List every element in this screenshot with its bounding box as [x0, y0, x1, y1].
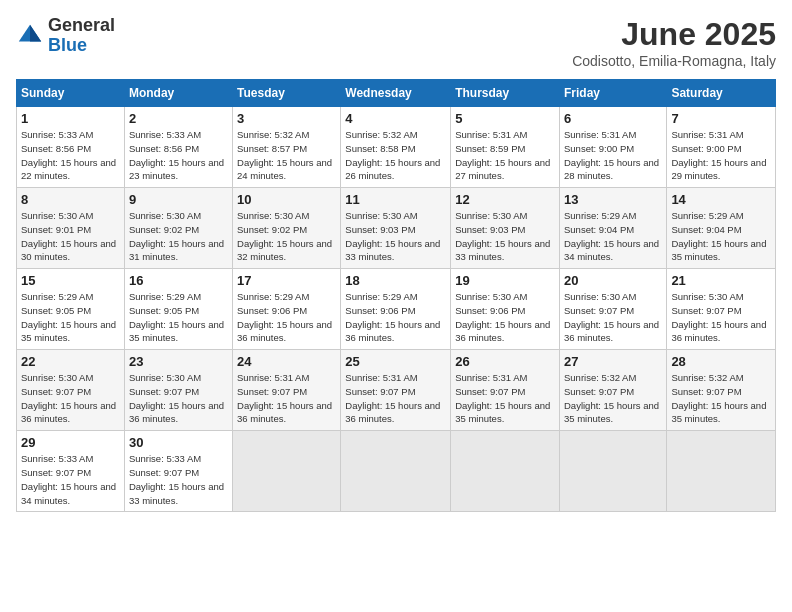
day-info: Sunrise: 5:30 AMSunset: 9:03 PMDaylight:…: [455, 209, 555, 264]
day-number: 1: [21, 111, 120, 126]
header-friday: Friday: [559, 80, 666, 107]
table-row: 10Sunrise: 5:30 AMSunset: 9:02 PMDayligh…: [233, 188, 341, 269]
table-row: 24Sunrise: 5:31 AMSunset: 9:07 PMDayligh…: [233, 350, 341, 431]
table-row: 20Sunrise: 5:30 AMSunset: 9:07 PMDayligh…: [559, 269, 666, 350]
day-info: Sunrise: 5:31 AMSunset: 9:07 PMDaylight:…: [455, 371, 555, 426]
day-info: Sunrise: 5:30 AMSunset: 9:06 PMDaylight:…: [455, 290, 555, 345]
day-number: 2: [129, 111, 228, 126]
day-number: 24: [237, 354, 336, 369]
month-title: June 2025: [572, 16, 776, 53]
table-row: 27Sunrise: 5:32 AMSunset: 9:07 PMDayligh…: [559, 350, 666, 431]
day-number: 11: [345, 192, 446, 207]
logo-general: General: [48, 16, 115, 36]
header-thursday: Thursday: [451, 80, 560, 107]
table-row: 15Sunrise: 5:29 AMSunset: 9:05 PMDayligh…: [17, 269, 125, 350]
day-info: Sunrise: 5:30 AMSunset: 9:07 PMDaylight:…: [21, 371, 120, 426]
day-number: 9: [129, 192, 228, 207]
day-number: 30: [129, 435, 228, 450]
table-row: 4Sunrise: 5:32 AMSunset: 8:58 PMDaylight…: [341, 107, 451, 188]
table-row: 14Sunrise: 5:29 AMSunset: 9:04 PMDayligh…: [667, 188, 776, 269]
table-row: [451, 431, 560, 512]
table-row: 2Sunrise: 5:33 AMSunset: 8:56 PMDaylight…: [124, 107, 232, 188]
day-info: Sunrise: 5:33 AMSunset: 8:56 PMDaylight:…: [129, 128, 228, 183]
table-row: 16Sunrise: 5:29 AMSunset: 9:05 PMDayligh…: [124, 269, 232, 350]
day-number: 21: [671, 273, 771, 288]
day-number: 15: [21, 273, 120, 288]
logo-text: General Blue: [48, 16, 115, 56]
calendar-table: Sunday Monday Tuesday Wednesday Thursday…: [16, 79, 776, 512]
table-row: 17Sunrise: 5:29 AMSunset: 9:06 PMDayligh…: [233, 269, 341, 350]
table-row: 6Sunrise: 5:31 AMSunset: 9:00 PMDaylight…: [559, 107, 666, 188]
day-number: 27: [564, 354, 662, 369]
logo-icon: [16, 22, 44, 50]
svg-marker-1: [30, 25, 41, 42]
day-number: 12: [455, 192, 555, 207]
day-number: 26: [455, 354, 555, 369]
day-info: Sunrise: 5:32 AMSunset: 9:07 PMDaylight:…: [564, 371, 662, 426]
day-info: Sunrise: 5:30 AMSunset: 9:07 PMDaylight:…: [129, 371, 228, 426]
day-info: Sunrise: 5:30 AMSunset: 9:02 PMDaylight:…: [129, 209, 228, 264]
day-info: Sunrise: 5:32 AMSunset: 8:58 PMDaylight:…: [345, 128, 446, 183]
header: General Blue June 2025 Codisotto, Emilia…: [16, 16, 776, 69]
header-tuesday: Tuesday: [233, 80, 341, 107]
day-info: Sunrise: 5:31 AMSunset: 9:00 PMDaylight:…: [671, 128, 771, 183]
table-row: 13Sunrise: 5:29 AMSunset: 9:04 PMDayligh…: [559, 188, 666, 269]
day-info: Sunrise: 5:29 AMSunset: 9:05 PMDaylight:…: [129, 290, 228, 345]
day-number: 10: [237, 192, 336, 207]
title-block: June 2025 Codisotto, Emilia-Romagna, Ita…: [572, 16, 776, 69]
day-info: Sunrise: 5:33 AMSunset: 8:56 PMDaylight:…: [21, 128, 120, 183]
table-row: [559, 431, 666, 512]
table-row: 3Sunrise: 5:32 AMSunset: 8:57 PMDaylight…: [233, 107, 341, 188]
header-sunday: Sunday: [17, 80, 125, 107]
day-number: 18: [345, 273, 446, 288]
day-info: Sunrise: 5:29 AMSunset: 9:05 PMDaylight:…: [21, 290, 120, 345]
day-info: Sunrise: 5:30 AMSunset: 9:01 PMDaylight:…: [21, 209, 120, 264]
header-monday: Monday: [124, 80, 232, 107]
day-number: 13: [564, 192, 662, 207]
day-info: Sunrise: 5:30 AMSunset: 9:02 PMDaylight:…: [237, 209, 336, 264]
location: Codisotto, Emilia-Romagna, Italy: [572, 53, 776, 69]
table-row: 18Sunrise: 5:29 AMSunset: 9:06 PMDayligh…: [341, 269, 451, 350]
table-row: 30Sunrise: 5:33 AMSunset: 9:07 PMDayligh…: [124, 431, 232, 512]
calendar-week-row: 8Sunrise: 5:30 AMSunset: 9:01 PMDaylight…: [17, 188, 776, 269]
day-info: Sunrise: 5:31 AMSunset: 8:59 PMDaylight:…: [455, 128, 555, 183]
day-number: 7: [671, 111, 771, 126]
day-info: Sunrise: 5:32 AMSunset: 8:57 PMDaylight:…: [237, 128, 336, 183]
day-info: Sunrise: 5:30 AMSunset: 9:07 PMDaylight:…: [564, 290, 662, 345]
table-row: 25Sunrise: 5:31 AMSunset: 9:07 PMDayligh…: [341, 350, 451, 431]
day-number: 17: [237, 273, 336, 288]
table-row: 1Sunrise: 5:33 AMSunset: 8:56 PMDaylight…: [17, 107, 125, 188]
day-number: 6: [564, 111, 662, 126]
day-number: 3: [237, 111, 336, 126]
table-row: 22Sunrise: 5:30 AMSunset: 9:07 PMDayligh…: [17, 350, 125, 431]
table-row: 28Sunrise: 5:32 AMSunset: 9:07 PMDayligh…: [667, 350, 776, 431]
table-row: 19Sunrise: 5:30 AMSunset: 9:06 PMDayligh…: [451, 269, 560, 350]
day-number: 29: [21, 435, 120, 450]
table-row: 29Sunrise: 5:33 AMSunset: 9:07 PMDayligh…: [17, 431, 125, 512]
day-number: 4: [345, 111, 446, 126]
table-row: 7Sunrise: 5:31 AMSunset: 9:00 PMDaylight…: [667, 107, 776, 188]
header-saturday: Saturday: [667, 80, 776, 107]
header-wednesday: Wednesday: [341, 80, 451, 107]
table-row: 21Sunrise: 5:30 AMSunset: 9:07 PMDayligh…: [667, 269, 776, 350]
day-info: Sunrise: 5:29 AMSunset: 9:04 PMDaylight:…: [564, 209, 662, 264]
day-info: Sunrise: 5:30 AMSunset: 9:03 PMDaylight:…: [345, 209, 446, 264]
table-row: 8Sunrise: 5:30 AMSunset: 9:01 PMDaylight…: [17, 188, 125, 269]
table-row: 11Sunrise: 5:30 AMSunset: 9:03 PMDayligh…: [341, 188, 451, 269]
day-number: 8: [21, 192, 120, 207]
day-info: Sunrise: 5:29 AMSunset: 9:04 PMDaylight:…: [671, 209, 771, 264]
day-number: 19: [455, 273, 555, 288]
day-info: Sunrise: 5:29 AMSunset: 9:06 PMDaylight:…: [237, 290, 336, 345]
day-number: 16: [129, 273, 228, 288]
day-number: 14: [671, 192, 771, 207]
table-row: 12Sunrise: 5:30 AMSunset: 9:03 PMDayligh…: [451, 188, 560, 269]
day-number: 25: [345, 354, 446, 369]
day-number: 20: [564, 273, 662, 288]
weekday-header-row: Sunday Monday Tuesday Wednesday Thursday…: [17, 80, 776, 107]
day-info: Sunrise: 5:33 AMSunset: 9:07 PMDaylight:…: [129, 452, 228, 507]
table-row: 9Sunrise: 5:30 AMSunset: 9:02 PMDaylight…: [124, 188, 232, 269]
day-info: Sunrise: 5:30 AMSunset: 9:07 PMDaylight:…: [671, 290, 771, 345]
day-info: Sunrise: 5:31 AMSunset: 9:07 PMDaylight:…: [237, 371, 336, 426]
day-info: Sunrise: 5:29 AMSunset: 9:06 PMDaylight:…: [345, 290, 446, 345]
day-number: 5: [455, 111, 555, 126]
